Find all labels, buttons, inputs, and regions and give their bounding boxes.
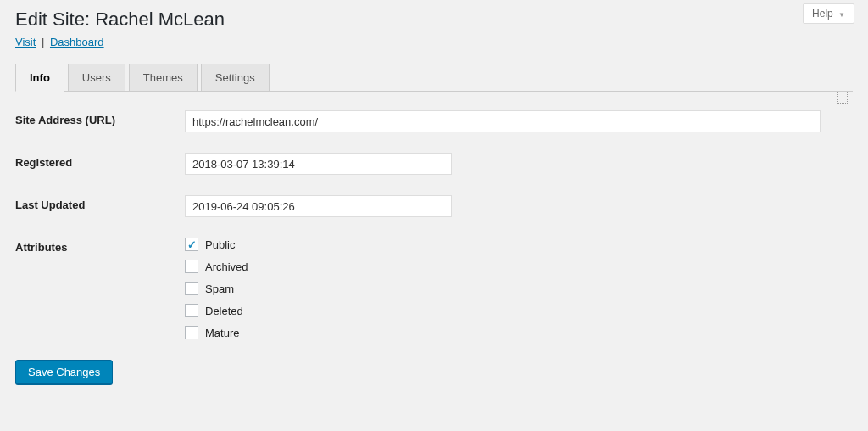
label-site-address: Site Address (URL)	[15, 110, 185, 126]
attribute-spam: Spam	[185, 282, 853, 295]
site-address-input[interactable]	[185, 110, 821, 132]
row-last-updated: Last Updated	[15, 195, 853, 217]
row-registered: Registered	[15, 153, 853, 175]
attribute-label: Archived	[205, 260, 248, 273]
tab-bar: Info Users Themes Settings	[15, 64, 853, 92]
label-attributes: Attributes	[15, 238, 185, 254]
save-button[interactable]: Save Changes	[15, 360, 113, 384]
control-last-updated	[185, 195, 853, 217]
label-last-updated: Last Updated	[15, 195, 185, 211]
last-updated-input[interactable]	[185, 195, 452, 217]
checkbox-public[interactable]	[185, 238, 198, 251]
checkbox-mature[interactable]	[185, 326, 198, 339]
registered-input[interactable]	[185, 153, 452, 175]
attribute-label: Mature	[205, 327, 239, 339]
attributes-list: Public Archived Spam Deleted Mature	[185, 238, 853, 339]
attribute-mature: Mature	[185, 326, 853, 339]
checkbox-archived[interactable]	[185, 260, 198, 273]
separator: |	[42, 36, 44, 48]
checkbox-deleted[interactable]	[185, 304, 198, 317]
control-registered	[185, 153, 853, 175]
help-button[interactable]: Help ▼	[803, 3, 854, 24]
attribute-label: Deleted	[205, 305, 243, 317]
tab-users[interactable]: Users	[68, 64, 125, 92]
visit-link[interactable]: Visit	[15, 36, 36, 48]
tab-themes[interactable]: Themes	[129, 64, 198, 92]
attribute-deleted: Deleted	[185, 304, 853, 317]
attribute-public: Public	[185, 238, 853, 251]
label-registered: Registered	[15, 153, 185, 169]
attribute-label: Public	[205, 238, 235, 251]
control-site-address	[185, 110, 853, 132]
tab-info[interactable]: Info	[15, 64, 64, 92]
chevron-down-icon: ▼	[838, 11, 845, 19]
dashboard-link[interactable]: Dashboard	[50, 36, 104, 48]
sublinks: Visit | Dashboard	[15, 36, 853, 48]
attribute-label: Spam	[205, 283, 234, 295]
tab-settings[interactable]: Settings	[201, 64, 270, 92]
checkbox-spam[interactable]	[185, 282, 198, 295]
url-field-icon	[837, 92, 848, 104]
row-site-address: Site Address (URL)	[15, 110, 853, 132]
attribute-archived: Archived	[185, 260, 853, 273]
page-content: Edit Site: Rachel McLean Visit | Dashboa…	[0, 0, 868, 400]
row-attributes: Attributes Public Archived Spam Deleted …	[15, 238, 853, 339]
help-button-label: Help	[812, 8, 833, 20]
page-title: Edit Site: Rachel McLean	[15, 8, 853, 31]
